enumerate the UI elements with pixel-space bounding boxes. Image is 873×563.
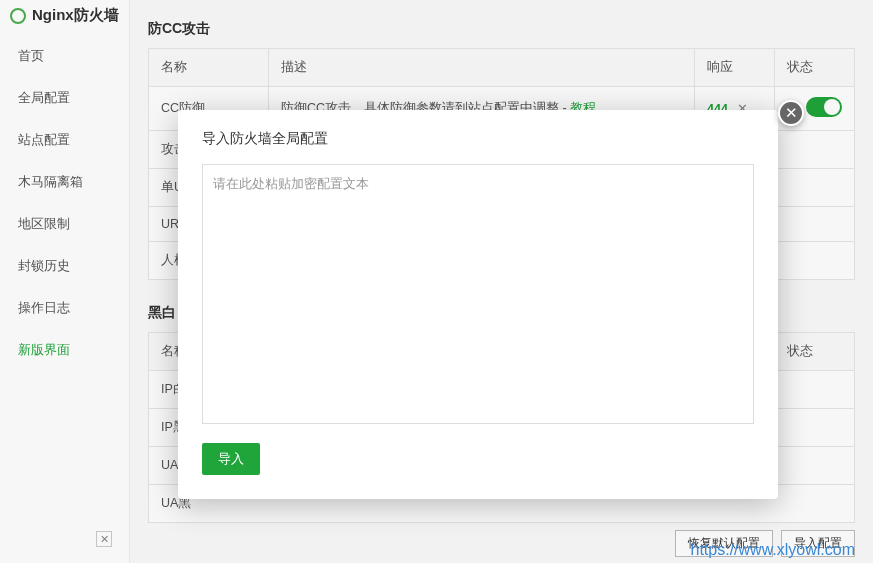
close-icon[interactable]: ✕ <box>778 100 804 126</box>
modal-title: 导入防火墙全局配置 <box>202 130 754 148</box>
import-modal: ✕ 导入防火墙全局配置 导入 <box>178 110 778 499</box>
config-textarea[interactable] <box>202 164 754 424</box>
import-submit-button[interactable]: 导入 <box>202 443 260 475</box>
